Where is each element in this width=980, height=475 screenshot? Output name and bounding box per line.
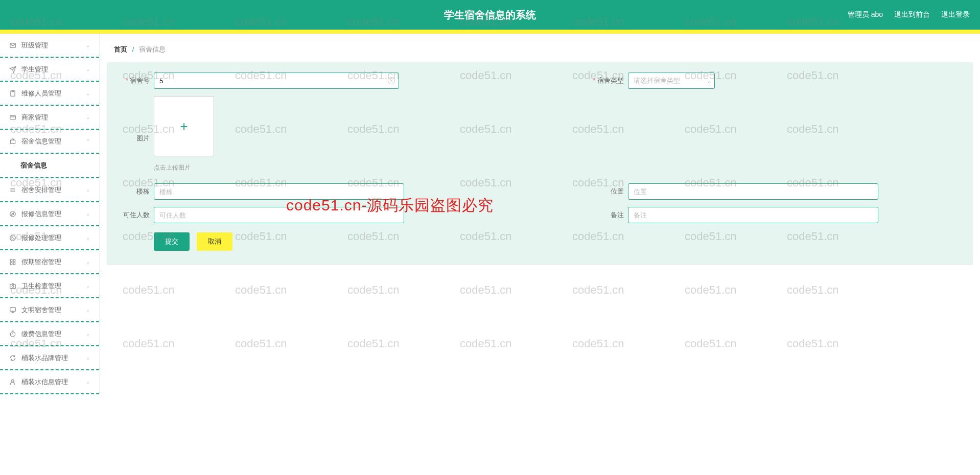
svg-rect-9 xyxy=(13,263,15,265)
sidebar-item-holiday-stay[interactable]: 假期留宿管理 ⌄ xyxy=(0,250,99,274)
chevron-down-icon: ⌄ xyxy=(86,331,90,337)
breadcrumb-current: 宿舍信息 xyxy=(139,45,166,53)
sidebar-item-class[interactable]: 班级管理 ⌄ xyxy=(0,34,99,58)
header-actions: 管理员 abo 退出到前台 退出登录 xyxy=(848,10,970,19)
chevron-down-icon: ⌄ xyxy=(86,211,90,217)
chevron-up-icon: ⌃ xyxy=(86,138,90,144)
dorm-no-input[interactable] xyxy=(154,73,399,89)
app-title: 学生宿舍信息的系统 xyxy=(444,8,536,22)
logout-front-link[interactable]: 退出到前台 xyxy=(894,10,930,19)
dorm-type-select[interactable]: 请选择宿舍类型 xyxy=(628,73,715,89)
remark-input[interactable] xyxy=(628,207,878,223)
sidebar-item-repair-process[interactable]: 报修处理管理 ⌄ xyxy=(0,226,99,250)
user-icon xyxy=(9,378,16,386)
plane-icon xyxy=(9,66,16,73)
svg-rect-12 xyxy=(10,307,16,311)
svg-rect-8 xyxy=(10,263,12,265)
sidebar-item-merchant[interactable]: 商家管理 ⌄ xyxy=(0,106,99,130)
svg-point-13 xyxy=(10,331,15,336)
upload-image-box[interactable]: + xyxy=(154,96,214,156)
chevron-down-icon: ⌄ xyxy=(86,114,90,120)
sidebar-item-water-brand[interactable]: 桶装水品牌管理 ⌄ xyxy=(0,346,99,370)
chevron-down-icon: ⌄ xyxy=(86,379,90,385)
dorm-no-label: *宿舍号 xyxy=(117,76,150,85)
svg-rect-3 xyxy=(10,140,15,144)
chevron-down-icon: ⌄ xyxy=(86,307,90,313)
camera-icon xyxy=(9,282,16,290)
mail-icon xyxy=(9,42,16,49)
sidebar-item-dorm-info[interactable]: 宿舍信息管理 ⌃ xyxy=(0,130,99,154)
location-input[interactable] xyxy=(628,183,878,200)
clock-icon xyxy=(9,234,16,242)
timer-icon xyxy=(9,330,16,338)
svg-rect-10 xyxy=(10,284,16,289)
accent-strip xyxy=(0,30,980,34)
svg-point-14 xyxy=(12,379,14,382)
clear-icon[interactable]: ✕ xyxy=(388,77,395,84)
chevron-down-icon: ⌄ xyxy=(86,66,90,72)
sidebar-item-payment[interactable]: 缴费信息管理 ⌄ xyxy=(0,322,99,346)
location-label: 位置 xyxy=(591,187,624,196)
chevron-down-icon: ⌄ xyxy=(86,42,90,48)
submit-button[interactable]: 提交 xyxy=(154,232,190,251)
list-icon xyxy=(9,186,16,194)
sidebar-item-student[interactable]: 学生管理 ⌄ xyxy=(0,58,99,82)
breadcrumb-home[interactable]: 首页 xyxy=(114,45,127,53)
compass-icon xyxy=(9,210,16,218)
suitcase-icon xyxy=(9,138,16,145)
app-header: 学生宿舍信息的系统 管理员 abo 退出到前台 退出登录 xyxy=(0,0,980,30)
svg-rect-6 xyxy=(10,259,12,262)
sidebar-item-water-info[interactable]: 桶装水信息管理 ⌄ xyxy=(0,370,99,394)
sidebar-item-dorm-arrange[interactable]: 宿舍安排管理 ⌄ xyxy=(0,178,99,202)
chevron-down-icon: ⌄ xyxy=(86,90,90,96)
chevron-down-icon: ⌄ xyxy=(86,283,90,289)
plus-icon: + xyxy=(180,118,188,134)
svg-point-4 xyxy=(10,211,16,217)
cancel-button[interactable]: 取消 xyxy=(197,232,232,251)
dorm-type-label: *宿舍类型 xyxy=(591,76,624,85)
sidebar-item-repair-info[interactable]: 报修信息管理 ⌄ xyxy=(0,202,99,226)
building-label: 楼栋 xyxy=(117,187,150,196)
svg-point-11 xyxy=(12,285,14,287)
remark-label: 备注 xyxy=(591,210,624,220)
admin-name[interactable]: 管理员 abo xyxy=(848,10,883,19)
form-panel: *宿舍号 ✕ *宿舍类型 请选择宿舍类型 ⌄ 图片 xyxy=(107,62,973,265)
breadcrumb-separator: / xyxy=(132,45,134,53)
capacity-label: 可住人数 xyxy=(117,210,150,220)
chevron-down-icon: ⌄ xyxy=(86,187,90,193)
logout-link[interactable]: 退出登录 xyxy=(941,10,970,19)
svg-rect-2 xyxy=(10,115,16,119)
grid-icon xyxy=(9,258,16,266)
breadcrumb: 首页 / 宿舍信息 xyxy=(100,34,980,62)
sidebar: 班级管理 ⌄ 学生管理 ⌄ 维修人员管理 ⌄ 商家管理 ⌄ 宿舍信息管理 ⌃ 宿… xyxy=(0,34,100,394)
refresh-icon xyxy=(9,354,16,362)
pic-label: 图片 xyxy=(117,134,150,143)
building-input[interactable] xyxy=(154,183,404,200)
sidebar-item-hygiene[interactable]: 卫生检查管理 ⌄ xyxy=(0,274,99,298)
sidebar-item-civilized[interactable]: 文明宿舍管理 ⌄ xyxy=(0,298,99,322)
capacity-input[interactable] xyxy=(154,207,404,223)
svg-rect-7 xyxy=(13,259,15,262)
chevron-down-icon: ⌄ xyxy=(86,355,90,361)
chevron-down-icon: ⌄ xyxy=(86,235,90,241)
sidebar-submenu-dorm-info[interactable]: 宿舍信息 xyxy=(0,154,99,178)
clipboard-icon xyxy=(9,90,16,97)
sidebar-item-repair-staff[interactable]: 维修人员管理 ⌄ xyxy=(0,82,99,106)
chevron-down-icon: ⌄ xyxy=(86,259,90,265)
monitor-icon xyxy=(9,306,16,314)
main-content: 首页 / 宿舍信息 *宿舍号 ✕ *宿舍类型 请选择宿舍类型 ⌄ xyxy=(100,34,980,394)
upload-hint: 点击上传图片 xyxy=(144,163,973,172)
card-icon xyxy=(9,114,16,121)
